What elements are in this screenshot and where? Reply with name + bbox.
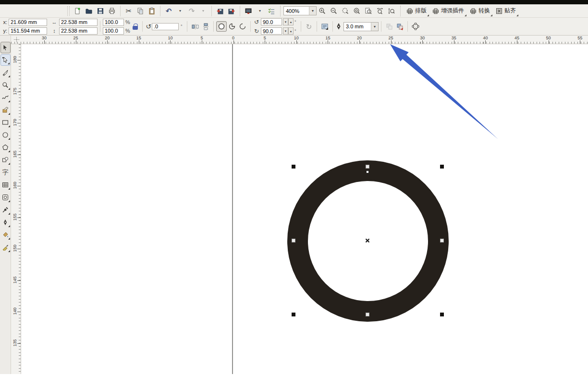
selection-handle-bottom-center[interactable] [366, 313, 369, 316]
ruler-label: 150 [12, 243, 17, 254]
save-button[interactable] [95, 5, 106, 17]
object-width-input[interactable] [59, 19, 98, 26]
end-angle-input[interactable] [261, 27, 282, 35]
redo-button[interactable]: ↷ [186, 5, 197, 17]
x-position-input[interactable] [9, 19, 47, 26]
mirror-vertical-button[interactable] [200, 21, 211, 32]
contour-tool[interactable] [0, 192, 11, 203]
ellipse-mode-button[interactable] [216, 21, 227, 32]
zoom-to-all-objects-button[interactable] [351, 5, 363, 17]
interactive-fill-tool[interactable] [0, 242, 11, 253]
redo-dropdown[interactable]: ▾ [197, 5, 209, 17]
pick-tool[interactable] [0, 42, 11, 53]
zoom-out-button[interactable] [328, 5, 340, 17]
rotation-angle-input[interactable] [152, 23, 179, 30]
outline-width-dropdown[interactable]: ▾ [371, 23, 378, 31]
convert-to-curves-button[interactable] [410, 21, 421, 32]
ruler-origin-crosshair-icon[interactable] [14, 37, 19, 42]
basic-shapes-tool[interactable] [0, 154, 11, 166]
undo-button[interactable]: ↶ [163, 5, 174, 17]
zoom-combo-dropdown[interactable]: ▾ [309, 7, 316, 15]
snap-toolbar-button[interactable]: 贴齐 [493, 5, 519, 17]
polygon-icon [2, 144, 9, 151]
spin-down-button[interactable]: ▼ [283, 18, 288, 25]
ellipse-node-marker[interactable] [366, 170, 369, 173]
selection-handle-bottom-right[interactable] [440, 313, 444, 316]
scale-horizontal-input[interactable] [103, 19, 124, 26]
scale-vertical-input[interactable] [103, 27, 124, 35]
ellipse-icon [218, 23, 225, 30]
selection-handle-bottom-left[interactable] [292, 313, 295, 316]
spin-up-button[interactable]: ▲ [288, 18, 294, 25]
drawing-canvas[interactable] [21, 44, 588, 374]
y-position-input[interactable] [9, 27, 47, 35]
spin-down-button[interactable]: ▼ [283, 27, 288, 35]
horizontal-ruler[interactable]: 302520151050510152025303540455055 [11, 36, 588, 44]
outline-width-input[interactable] [344, 23, 371, 30]
lock-ratio-button[interactable] [130, 22, 140, 31]
selection-handle-top-right[interactable] [440, 165, 444, 169]
ruler-label: 175 [12, 86, 17, 97]
to-back-button[interactable] [384, 21, 394, 32]
selection-handle-top-left[interactable] [292, 165, 295, 169]
shape-tool[interactable] [0, 54, 11, 66]
wrap-text-button[interactable] [319, 21, 330, 32]
selection-handle-middle-left[interactable] [292, 239, 295, 242]
text-tool[interactable]: 字 [0, 167, 11, 178]
layout-toolbar-button[interactable]: 排版 [404, 5, 429, 17]
outline-pen-tool[interactable] [0, 217, 11, 228]
toolbar-grip[interactable] [67, 6, 70, 16]
change-direction-button[interactable]: ↻ [304, 21, 314, 32]
zoom-to-page-width-button[interactable] [374, 5, 386, 17]
object-height-input[interactable] [59, 27, 98, 35]
eyedropper-tool[interactable] [0, 204, 11, 216]
export-button[interactable] [226, 5, 237, 17]
zoom-to-page-button[interactable] [363, 5, 374, 17]
zoom-tool[interactable] [0, 79, 11, 91]
pie-mode-button[interactable] [227, 21, 237, 32]
mirror-horizontal-button[interactable] [190, 21, 200, 32]
outline-width-combo[interactable]: ▾ [343, 22, 379, 31]
arc-mode-button[interactable] [237, 21, 248, 32]
rectangle-tool[interactable] [0, 117, 11, 128]
application-launcher-dropdown[interactable]: ▾ [254, 5, 266, 17]
zoom-in-button[interactable] [317, 5, 328, 17]
undo-dropdown[interactable]: ▾ [174, 5, 186, 17]
artistic-media-tool[interactable] [0, 104, 11, 116]
polygon-tool[interactable] [0, 142, 11, 153]
selection-handle-middle-right[interactable] [440, 239, 444, 242]
ellipse-tool[interactable] [0, 129, 11, 141]
new-document-icon [74, 7, 81, 15]
options-button[interactable] [266, 5, 277, 17]
zoom-level-combo[interactable]: ▾ [283, 6, 317, 15]
new-document-button[interactable] [72, 5, 83, 17]
to-front-button[interactable] [394, 21, 405, 32]
zoom-to-page-height-button[interactable] [386, 5, 397, 17]
start-angle-input[interactable] [261, 18, 282, 25]
paste-button[interactable] [146, 5, 158, 17]
selection-handle-top-center[interactable] [366, 165, 369, 169]
application-launcher-button[interactable] [243, 5, 254, 17]
fill-tool[interactable] [0, 229, 11, 241]
zoom-to-selection-button[interactable] [340, 5, 351, 17]
spin-up-button[interactable]: ▲ [288, 27, 294, 35]
freehand-tool[interactable] [0, 92, 11, 103]
zoom-level-input[interactable] [284, 7, 309, 14]
ruler-major-tick [454, 40, 454, 44]
table-tool[interactable] [0, 179, 11, 191]
open-button[interactable] [83, 5, 95, 17]
ruler-major-tick [202, 40, 202, 44]
ruler-major-tick [17, 280, 21, 281]
ruler-label: 15 [134, 36, 144, 40]
ruler-major-tick [296, 40, 297, 44]
print-button[interactable] [106, 5, 118, 17]
cut-button[interactable]: ✂ [123, 5, 135, 17]
convert-toolbar-button[interactable]: 转换 [467, 5, 493, 17]
vertical-ruler[interactable]: 180175170165160155150145140135 [11, 44, 21, 374]
end-angle-icon: ↻ [253, 28, 260, 35]
crop-tool[interactable] [0, 67, 11, 78]
copy-button[interactable] [135, 5, 146, 17]
plugins-toolbar-button[interactable]: 增强插件 [429, 5, 467, 17]
object-center-x-marker[interactable] [365, 238, 370, 243]
import-button[interactable] [214, 5, 226, 17]
